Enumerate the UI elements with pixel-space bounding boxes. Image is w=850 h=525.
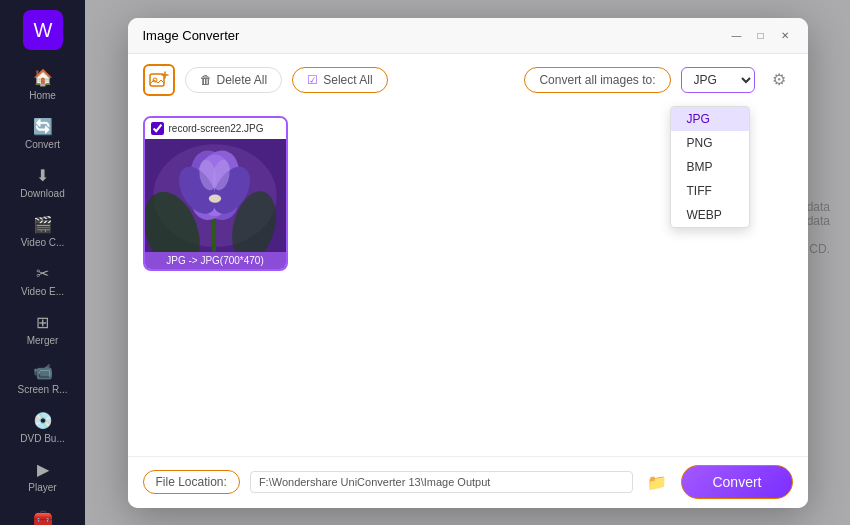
sidebar-item-label: Merger — [27, 335, 59, 346]
sidebar-item-screen-record[interactable]: 📹 Screen R... — [0, 354, 85, 403]
sidebar-item-label: Video C... — [21, 237, 65, 248]
sidebar-item-label: DVD Bu... — [20, 433, 64, 444]
dvd-icon: 💿 — [33, 411, 53, 430]
sidebar-item-download[interactable]: ⬇ Download — [0, 158, 85, 207]
dropdown-option-tiff[interactable]: TIFF — [671, 179, 749, 203]
convert-icon: 🔄 — [33, 117, 53, 136]
sidebar-item-player[interactable]: ▶ Player — [0, 452, 85, 501]
sidebar-item-label: Video E... — [21, 286, 64, 297]
sidebar-item-merger[interactable]: ⊞ Merger — [0, 305, 85, 354]
sidebar-item-label: Convert — [25, 139, 60, 150]
select-all-label: Select All — [323, 73, 372, 87]
sidebar-item-label: Download — [20, 188, 64, 199]
format-dropdown-popup: JPG PNG BMP TIFF WEBP — [670, 106, 750, 228]
image-card-header: record-screen22.JPG — [145, 118, 286, 139]
svg-text:W: W — [33, 19, 52, 41]
format-select[interactable]: JPG PNG BMP TIFF WEBP — [681, 67, 755, 93]
sidebar-item-convert[interactable]: 🔄 Convert — [0, 109, 85, 158]
sidebar-item-toolbox[interactable]: 🧰 Toolbox — [0, 501, 85, 525]
file-path-input[interactable] — [250, 471, 634, 493]
window-controls: — □ ✕ — [729, 27, 793, 43]
player-icon: ▶ — [37, 460, 49, 479]
image-converter-modal: Image Converter — □ ✕ — [128, 18, 808, 508]
trash-icon: 🗑 — [200, 73, 212, 87]
sidebar-item-label: Player — [28, 482, 56, 493]
sidebar-item-video-edit[interactable]: ✂ Video E... — [0, 256, 85, 305]
video-edit-icon: ✂ — [36, 264, 49, 283]
convert-button[interactable]: Convert — [681, 465, 792, 499]
dropdown-option-png[interactable]: PNG — [671, 131, 749, 155]
modal-overlay: Image Converter — □ ✕ — [85, 0, 850, 525]
convert-all-label: Convert all images to: — [524, 67, 670, 93]
image-conversion-info: JPG -> JPG(700*470) — [145, 252, 286, 269]
screen-record-icon: 📹 — [33, 362, 53, 381]
sidebar-item-home[interactable]: 🏠 Home — [0, 60, 85, 109]
close-button[interactable]: ✕ — [777, 27, 793, 43]
sidebar-item-label: Screen R... — [17, 384, 67, 395]
modal-footer: File Location: 📁 Convert — [128, 456, 808, 508]
image-card: record-screen22.JPG — [143, 116, 288, 271]
dropdown-option-webp[interactable]: WEBP — [671, 203, 749, 227]
main-area: data etadata CD. Image Converter — □ ✕ — [85, 0, 850, 525]
add-image-button[interactable] — [143, 64, 175, 96]
minimize-button[interactable]: — — [729, 27, 745, 43]
image-thumbnail — [145, 139, 286, 252]
merger-icon: ⊞ — [36, 313, 49, 332]
settings-gear-button[interactable]: ⚙ — [765, 66, 793, 94]
svg-point-16 — [208, 194, 220, 202]
dropdown-option-bmp[interactable]: BMP — [671, 155, 749, 179]
select-all-button[interactable]: ☑ Select All — [292, 67, 387, 93]
sidebar-item-dvd-burn[interactable]: 💿 DVD Bu... — [0, 403, 85, 452]
image-checkbox[interactable] — [151, 122, 164, 135]
download-icon: ⬇ — [36, 166, 49, 185]
checkbox-icon: ☑ — [307, 73, 318, 87]
toolbox-icon: 🧰 — [33, 509, 53, 525]
modal-titlebar: Image Converter — □ ✕ — [128, 18, 808, 54]
modal-toolbar: 🗑 Delete All ☑ Select All Convert all im… — [128, 54, 808, 106]
image-filename: record-screen22.JPG — [169, 123, 264, 134]
sidebar-item-video-convert[interactable]: 🎬 Video C... — [0, 207, 85, 256]
file-location-label: File Location: — [143, 470, 240, 494]
dropdown-option-jpg[interactable]: JPG — [671, 107, 749, 131]
video-convert-icon: 🎬 — [33, 215, 53, 234]
app-logo: W — [23, 10, 63, 50]
delete-all-label: Delete All — [217, 73, 268, 87]
sidebar: W 🏠 Home 🔄 Convert ⬇ Download 🎬 Video C.… — [0, 0, 85, 525]
delete-all-button[interactable]: 🗑 Delete All — [185, 67, 283, 93]
browse-folder-button[interactable]: 📁 — [643, 468, 671, 496]
home-icon: 🏠 — [33, 68, 53, 87]
maximize-button[interactable]: □ — [753, 27, 769, 43]
modal-title: Image Converter — [143, 28, 240, 43]
sidebar-item-label: Home — [29, 90, 56, 101]
